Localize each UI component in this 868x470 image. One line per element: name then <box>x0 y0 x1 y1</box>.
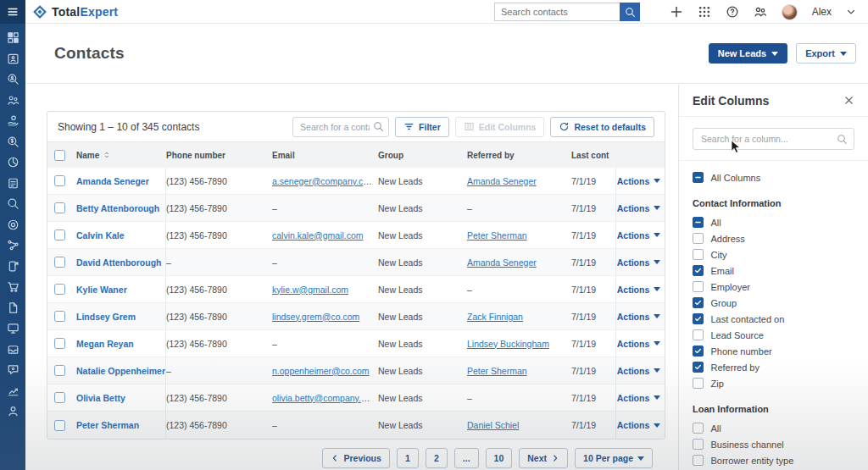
reset-defaults-button[interactable]: Reset to defaults <box>550 117 654 137</box>
row-checkbox[interactable] <box>54 257 65 268</box>
column-option[interactable]: Zip <box>693 375 854 391</box>
previous-button[interactable]: Previous <box>322 448 389 468</box>
referred-by-link[interactable]: Peter Sherman <box>467 366 527 376</box>
checkbox-unchecked[interactable] <box>693 249 704 260</box>
export-button[interactable]: Export <box>796 43 856 64</box>
contact-card-icon[interactable] <box>7 53 19 65</box>
help-icon[interactable] <box>726 5 739 19</box>
row-checkbox[interactable] <box>54 365 65 376</box>
tasks-icon[interactable] <box>7 177 19 190</box>
checkbox-unchecked[interactable] <box>693 329 704 340</box>
column-option[interactable]: Group <box>693 295 854 311</box>
column-option[interactable]: All Columns <box>693 169 854 185</box>
page-button-2[interactable]: 2 <box>426 448 448 468</box>
actions-button[interactable]: Actions <box>615 384 666 411</box>
contact-name-link[interactable]: Peter Sherman <box>76 412 166 439</box>
column-option[interactable]: Borrower entity type <box>693 452 854 468</box>
user-name[interactable]: Alex <box>812 6 832 18</box>
actions-button[interactable]: Actions <box>615 357 666 384</box>
actions-button[interactable]: Actions <box>615 303 666 329</box>
referred-by-link[interactable]: Daniel Schiel <box>467 420 519 430</box>
contact-name-link[interactable]: Olivia Betty <box>76 384 166 411</box>
next-button[interactable]: Next <box>519 448 568 468</box>
email-link[interactable]: lindsey.grem@co.com <box>272 312 359 322</box>
page-button-10[interactable]: 10 <box>486 448 513 468</box>
actions-button[interactable]: Actions <box>615 276 666 302</box>
checkbox-checked[interactable] <box>693 265 704 276</box>
chevron-down-icon[interactable] <box>846 7 856 17</box>
people-icon[interactable] <box>754 5 767 19</box>
column-option[interactable]: Employer <box>693 279 854 295</box>
checkbox-unchecked[interactable] <box>693 233 704 244</box>
email-link[interactable]: kylie.w@gmail.com <box>272 285 348 295</box>
checkbox-unchecked[interactable] <box>693 281 704 292</box>
column-header[interactable]: Phone number <box>166 151 272 160</box>
contact-name-link[interactable]: Betty Attenborough <box>76 195 166 221</box>
row-checkbox[interactable] <box>54 420 65 431</box>
logo[interactable]: TotalExpert <box>32 4 118 19</box>
contact-name-link[interactable]: Kylie Waner <box>76 276 166 302</box>
pie-chart-icon[interactable] <box>7 156 19 169</box>
column-search-input[interactable] <box>693 128 854 150</box>
search-money-icon[interactable] <box>7 135 19 148</box>
column-option[interactable]: Email <box>693 263 854 279</box>
checkbox-unchecked[interactable] <box>693 439 704 450</box>
referred-by-link[interactable]: Lindsey Buckingham <box>467 339 549 349</box>
checkbox-indeterminate[interactable] <box>693 172 704 183</box>
checkbox-checked[interactable] <box>693 313 704 324</box>
email-link[interactable]: n.oppenheimer@co.com <box>272 366 370 376</box>
search-contact-icon[interactable] <box>7 73 19 86</box>
actions-button[interactable]: Actions <box>615 249 666 275</box>
checkbox-unchecked[interactable] <box>693 378 704 389</box>
row-checkbox[interactable] <box>54 284 65 295</box>
actions-button[interactable]: Actions <box>615 222 666 248</box>
email-link[interactable]: a.seneger@company.com <box>272 176 376 186</box>
column-header-name[interactable]: Name <box>76 142 166 168</box>
column-option[interactable]: All <box>693 420 854 436</box>
page-button-1[interactable]: 1 <box>397 448 419 468</box>
checkbox-unchecked[interactable] <box>693 423 704 434</box>
actions-button[interactable]: Actions <box>615 195 666 221</box>
column-option[interactable]: Phone number <box>693 343 854 359</box>
per-page-select[interactable]: 10 Per page <box>575 448 653 468</box>
referred-by-link[interactable]: Amanda Seneger <box>467 176 537 186</box>
search-icon[interactable] <box>7 197 19 210</box>
row-checkbox[interactable] <box>54 229 65 241</box>
phone-export-icon[interactable] <box>7 260 19 273</box>
team-icon[interactable] <box>7 94 19 107</box>
column-option[interactable]: City <box>693 246 854 263</box>
checkbox-indeterminate[interactable] <box>693 217 704 228</box>
page-button-[interactable]: ... <box>454 448 479 468</box>
column-option[interactable]: Address <box>693 230 854 246</box>
contact-name-link[interactable]: Amanda Seneger <box>76 168 166 194</box>
checkbox-unchecked[interactable] <box>693 455 704 466</box>
email-link[interactable]: olivia.betty@company.com <box>272 393 378 403</box>
row-checkbox[interactable] <box>54 175 65 186</box>
contact-name-link[interactable]: Megan Reyan <box>76 330 166 357</box>
email-link[interactable]: calvin.kale@gmail.com <box>272 230 364 241</box>
contact-name-link[interactable]: Lindsey Grem <box>76 303 166 329</box>
actions-button[interactable]: Actions <box>615 412 666 439</box>
row-checkbox[interactable] <box>54 338 65 349</box>
actions-button[interactable]: Actions <box>615 168 666 194</box>
column-header[interactable]: Email <box>272 151 378 160</box>
row-checkbox[interactable] <box>54 202 65 213</box>
file-icon[interactable] <box>7 301 19 314</box>
column-option[interactable]: All <box>693 214 854 230</box>
row-checkbox[interactable] <box>54 311 65 322</box>
chat-user-icon[interactable] <box>7 363 19 376</box>
avatar[interactable] <box>782 4 798 20</box>
cart-icon[interactable] <box>7 280 19 293</box>
column-header[interactable]: Last cont <box>571 151 615 160</box>
plus-icon[interactable] <box>670 5 683 19</box>
analytics-icon[interactable] <box>7 384 19 397</box>
monitor-icon[interactable] <box>7 322 19 335</box>
target-icon[interactable] <box>7 218 19 231</box>
contact-name-link[interactable]: Natalie Oppenheimer <box>76 357 166 384</box>
user-icon[interactable] <box>7 405 19 417</box>
column-option[interactable]: Last contacted on <box>693 311 854 327</box>
select-all-checkbox[interactable] <box>54 150 65 161</box>
filter-button[interactable]: Filter <box>395 117 449 137</box>
column-header[interactable]: Referred by <box>467 151 571 160</box>
checkbox-checked[interactable] <box>693 297 704 308</box>
